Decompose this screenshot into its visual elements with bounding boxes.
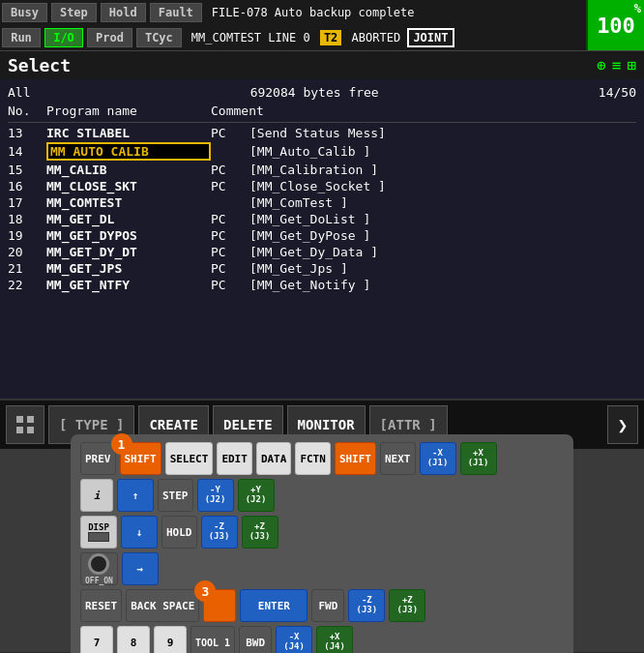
list-row[interactable]: 14 MM AUTO CALIB [MM_Auto_Calib ] xyxy=(8,141,636,162)
row-type: PC xyxy=(211,261,249,276)
up-key[interactable]: ↑ xyxy=(117,479,154,512)
j1-label-right: (J1) xyxy=(468,459,489,468)
j2-label-left: (J2) xyxy=(205,495,226,505)
tcyc-button[interactable]: TCyc xyxy=(136,28,182,47)
plus-z-j3-key[interactable]: +Z (J3) xyxy=(242,516,278,549)
list-row[interactable]: 21 MM_GET_JPS PC [MM_Get_Jps ] xyxy=(8,260,636,277)
info-key[interactable]: i xyxy=(80,479,113,512)
bytes-free-label: 692084 bytes free xyxy=(250,85,379,100)
col-no-header: No. xyxy=(8,104,46,118)
row-no: 20 xyxy=(8,245,46,259)
badge-3-key[interactable]: 3 xyxy=(203,589,236,622)
keypad-row-offon: OFF_ON → xyxy=(80,552,564,585)
list-row[interactable]: 16 MM_CLOSE_SKT PC [MM_Close_Socket ] xyxy=(8,178,636,194)
fault-button[interactable]: Fault xyxy=(150,3,202,22)
up-arrow-icon: ↑ xyxy=(132,490,139,502)
shift-key-2[interactable]: SHIFT xyxy=(335,442,376,475)
fctn-key[interactable]: FCTN xyxy=(295,442,331,475)
shift-key-1[interactable]: SHIFT 1 xyxy=(120,442,161,475)
list-info-row: All 692084 bytes free 14/50 xyxy=(8,83,636,102)
row-name: MM_CLOSE_SKT xyxy=(46,179,211,193)
row-comment: [MM_ComTest ] xyxy=(249,195,636,210)
disp-key[interactable]: DISP xyxy=(80,516,117,549)
right-key[interactable]: → xyxy=(122,552,159,585)
edit-key[interactable]: EDIT xyxy=(217,442,252,475)
run-button[interactable]: Run xyxy=(2,28,41,47)
select-key[interactable]: SELECT xyxy=(165,442,214,475)
disp-screen-icon xyxy=(88,532,109,542)
row-no: 17 xyxy=(8,195,46,210)
t2-tag: T2 xyxy=(320,30,341,45)
minus-x2-j4-key[interactable]: -X (J4) xyxy=(276,626,312,653)
j4-label-right: (J4) xyxy=(324,642,345,652)
arrow-right-button[interactable]: ❯ xyxy=(607,405,638,444)
tool1-key[interactable]: TOOL 1 xyxy=(190,626,235,653)
step-key[interactable]: STEP xyxy=(158,479,193,512)
list-view-icon[interactable]: ≡ xyxy=(612,56,622,74)
comtest-text: MM_COMTEST LINE 0 xyxy=(191,31,310,45)
hold-key[interactable]: HOLD xyxy=(161,516,197,549)
busy-button[interactable]: Busy xyxy=(2,3,47,22)
row-name: MM_GET_DL xyxy=(46,212,211,226)
list-row[interactable]: 17 MM_COMTEST [MM_ComTest ] xyxy=(8,194,636,211)
bwd-key[interactable]: BWD xyxy=(239,626,272,653)
step-button[interactable]: Step xyxy=(51,3,97,22)
minus-z-j3-key[interactable]: -Z (J3) xyxy=(201,516,238,549)
minus-x-j1-key[interactable]: -X (J1) xyxy=(420,442,456,475)
row-no: 16 xyxy=(8,179,46,193)
grid-button[interactable] xyxy=(6,405,44,444)
svg-rect-3 xyxy=(27,427,34,433)
status-bar: Busy Step Hold Fault FILE-078 Auto backu… xyxy=(0,0,644,50)
next-key[interactable]: NEXT xyxy=(380,442,416,475)
info-icon: i xyxy=(94,490,101,502)
plus-y-j2-key[interactable]: +Y (J2) xyxy=(238,479,275,512)
fwd-key[interactable]: FWD xyxy=(311,589,344,622)
reset-key[interactable]: RESET xyxy=(80,589,122,622)
hold-button[interactable]: Hold xyxy=(101,3,146,22)
keypad-row-4: RESET BACK SPACE 3 ENTER FWD -Z (J3) +Z … xyxy=(80,589,564,622)
list-row[interactable]: 22 MM_GET_NTFY PC [MM_Get_Notify ] xyxy=(8,277,636,293)
list-row[interactable]: 20 MM_GET_DY_DT PC [MM_Get_Dy_Data ] xyxy=(8,244,636,260)
io-button[interactable]: I/O xyxy=(44,28,83,47)
j1-label-left: (J1) xyxy=(427,459,449,468)
list-row[interactable]: 18 MM_GET_DL PC [MM_Get_DoList ] xyxy=(8,211,636,227)
row-no: 14 xyxy=(8,144,46,159)
offon-label: OFF_ON xyxy=(85,577,113,585)
plus-x-j1-key[interactable]: +X (J1) xyxy=(460,442,497,475)
key-7[interactable]: 7 xyxy=(80,626,113,653)
plus-z2-j3-key[interactable]: +Z (J3) xyxy=(389,589,425,622)
key-9[interactable]: 9 xyxy=(154,626,187,653)
enter-key[interactable]: ENTER xyxy=(240,589,307,622)
list-rows-container: 13 IRC STLABEL PC [Send Status Mess] 14 … xyxy=(8,125,636,293)
disp-label: DISP xyxy=(88,522,109,532)
down-key[interactable]: ↓ xyxy=(121,516,158,549)
row-name: MM_COMTEST xyxy=(46,195,211,210)
row-comment: [MM_Close_Socket ] xyxy=(249,179,636,193)
key-8[interactable]: 8 xyxy=(117,626,150,653)
grid-view-icon[interactable]: ⊞ xyxy=(627,56,636,74)
joint-tag: JOINT xyxy=(407,28,454,47)
row-comment: [MM_Get_Notify ] xyxy=(249,278,636,292)
backspace-key[interactable]: BACK SPACE xyxy=(126,589,199,622)
list-row[interactable]: 19 MM_GET_DYPOS PC [MM_Get_DyPose ] xyxy=(8,227,636,244)
j3-label-left: (J3) xyxy=(209,532,230,542)
prev-key[interactable]: PREV xyxy=(80,442,116,475)
svg-rect-2 xyxy=(16,427,23,433)
zoom-in-icon[interactable]: ⊕ xyxy=(597,56,606,74)
j3-2-label-r: (J3) xyxy=(397,606,419,615)
offon-key[interactable]: OFF_ON xyxy=(80,552,118,585)
row-comment: [Send Status Mess] xyxy=(249,126,636,140)
row-type: PC xyxy=(211,212,249,226)
data-key[interactable]: DATA xyxy=(256,442,292,475)
j3-2-label: (J3) xyxy=(357,606,378,615)
row-no: 18 xyxy=(8,212,46,226)
plus-x2-j4-key[interactable]: +X (J4) xyxy=(316,626,353,653)
j4-label-left: (J4) xyxy=(283,642,305,652)
j2-label-right: (J2) xyxy=(246,495,267,505)
list-row[interactable]: 15 MM_CALIB PC [MM_Calibration ] xyxy=(8,162,636,178)
row-comment: [MM_Auto_Calib ] xyxy=(249,144,636,159)
list-row[interactable]: 13 IRC STLABEL PC [Send Status Mess] xyxy=(8,125,636,141)
minus-z2-j3-key[interactable]: -Z (J3) xyxy=(348,589,385,622)
prod-button[interactable]: Prod xyxy=(87,28,132,47)
minus-y-j2-key[interactable]: -Y (J2) xyxy=(197,479,234,512)
